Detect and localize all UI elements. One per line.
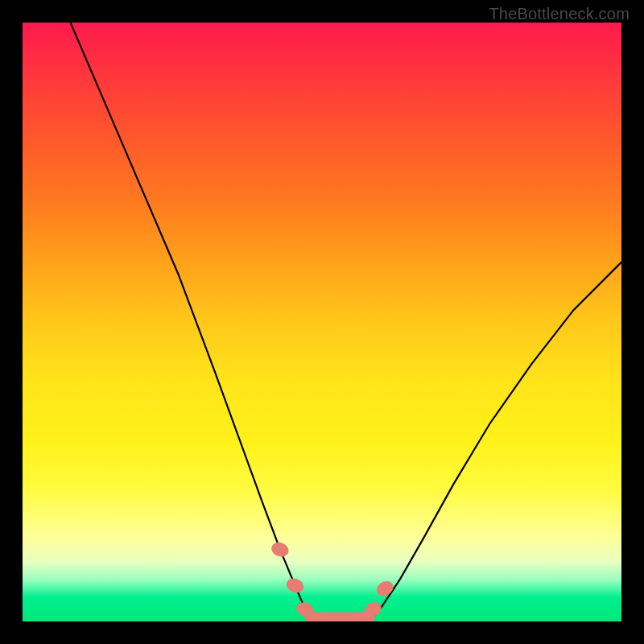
curve-overlay <box>23 23 621 621</box>
curve-marker <box>270 540 291 559</box>
attribution-text: TheBottleneck.com <box>489 5 630 23</box>
plot-area <box>23 23 621 621</box>
curve-marker <box>374 578 396 599</box>
curve-marker <box>284 576 306 595</box>
bottleneck-curve <box>71 23 621 621</box>
chart-frame: TheBottleneck.com <box>0 0 644 644</box>
